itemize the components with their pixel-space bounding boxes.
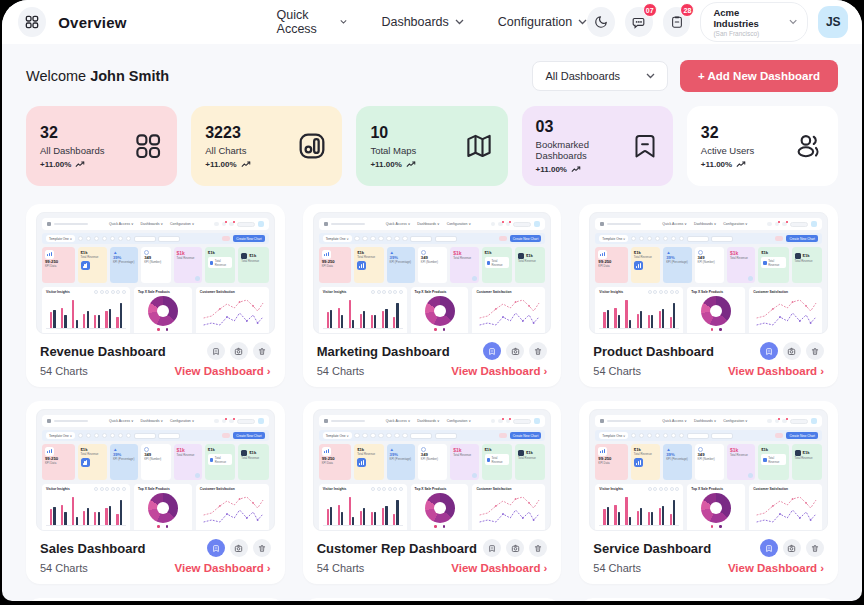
charts-count: 54 Charts [593,365,641,377]
thumb-toolbar: Template One ∨ Create New Chart [319,233,546,244]
nav-quick-access[interactable]: Quick Access [277,8,348,36]
bookmark-button[interactable] [483,539,501,557]
dashboard-card[interactable]: Quick Access ∨ Dashboards ∨ Configuratio… [303,204,562,387]
thumb-kpi-tiles: 99:250 KPI Data $1k Total Revenue ▲ 39% … [595,444,822,480]
dashboard-thumbnail[interactable]: Quick Access ∨ Dashboards ∨ Configuratio… [589,409,828,531]
delete-button[interactable] [806,539,824,557]
thumb-bar-chart: Visitor Insights [595,287,683,334]
tasks-button[interactable]: 28 [663,7,691,37]
dashboard-card[interactable]: Quick Access ∨ Dashboards ∨ Configuratio… [579,598,838,601]
company-location: (San Francisco) [713,30,781,37]
thumb-navbar: Quick Access ∨ Dashboards ∨ Configuratio… [42,415,269,427]
camera-button[interactable] [506,342,524,360]
thumb-bar-chart: Visitor Insights [319,287,407,334]
dashboard-title: Customer Rep Dashboard [317,541,477,556]
stat-delta: +11.00% [40,160,71,169]
add-new-dashboard-button[interactable]: + Add New Dashboard [680,60,838,92]
camera-icon [511,544,520,553]
chevron-down-icon [789,19,797,25]
trash-icon [258,544,266,553]
thumb-donut-chart: Top X Sale Products [134,287,192,334]
thumb-line-chart: Customer Satisfaction [472,287,545,334]
bookmark-icon [765,347,773,356]
bookmark-button[interactable] [207,342,225,360]
camera-icon [787,347,796,356]
trash-icon [258,347,266,356]
trend-up-icon [406,161,416,168]
chevron-right-icon: › [543,562,547,574]
dashboard-card[interactable]: Quick Access ∨ Dashboards ∨ Configuratio… [579,204,838,387]
thumb-donut-chart: Top X Sale Products [134,484,192,531]
dashboard-filter-select[interactable]: All Dashboards [532,61,668,91]
map-icon [464,131,494,161]
view-dashboard-link[interactable]: View Dashboard › [728,365,824,377]
trash-icon [534,544,542,553]
thumb-charts: Visitor Insights Top X Sale Product [319,287,546,334]
messages-button[interactable]: 07 [625,7,653,37]
dashboard-card[interactable]: Quick Access ∨ Dashboards ∨ Configuratio… [303,598,562,601]
nav-dashboards[interactable]: Dashboards [381,8,463,36]
stat-card-total-maps: 10 Total Maps +11.00% [356,106,507,186]
bookmark-button[interactable] [760,342,778,360]
stat-label: All Dashboards [40,145,104,156]
dark-mode-toggle[interactable] [587,7,615,37]
stat-delta: +11.00% [536,165,567,174]
dashboard-card[interactable]: Quick Access ∨ Dashboards ∨ Configuratio… [303,401,562,584]
view-dashboard-link[interactable]: View Dashboard › [175,562,271,574]
dashboard-card[interactable]: Quick Access ∨ Dashboards ∨ Configuratio… [26,598,285,601]
delete-button[interactable] [253,342,271,360]
camera-button[interactable] [783,539,801,557]
thumb-line-chart: Customer Satisfaction [749,484,822,531]
camera-button[interactable] [783,342,801,360]
dashboard-card[interactable]: Quick Access ∨ Dashboards ∨ Configuratio… [579,401,838,584]
chevron-down-icon [578,19,587,25]
delete-button[interactable] [529,342,547,360]
thumb-line-chart: Customer Satisfaction [749,287,822,334]
app-logo[interactable] [18,7,46,37]
app-window: Overview Quick Access Dashboards Configu… [2,0,862,601]
camera-button[interactable] [230,539,248,557]
thumb-donut-chart: Top X Sale Products [411,287,469,334]
stat-label: All Charts [205,145,250,156]
top-navbar: Overview Quick Access Dashboards Configu… [2,0,862,44]
delete-button[interactable] [529,539,547,557]
camera-button[interactable] [506,539,524,557]
trend-up-icon [241,161,251,168]
thumb-kpi-tiles: 99:250 KPI Data $1k Total Revenue ▲ 39% … [42,444,269,480]
page-title: Overview [58,14,126,31]
charts-count: 54 Charts [593,562,641,574]
dashboard-card[interactable]: Quick Access ∨ Dashboards ∨ Configuratio… [26,401,285,584]
stats-row: 32 All Dashboards +11.00% 3223 All Chart… [2,102,862,188]
dashboard-title: Revenue Dashboard [40,344,166,359]
dashboard-thumbnail[interactable]: Quick Access ∨ Dashboards ∨ Configuratio… [36,212,275,334]
welcome-message: Welcome John Smith [26,68,169,84]
trend-up-icon [571,166,581,173]
view-dashboard-link[interactable]: View Dashboard › [728,562,824,574]
moon-icon [594,15,608,29]
stat-delta: +11.00% [205,160,236,169]
stat-label: Bookmarked Dashboards [536,139,631,161]
bookmark-button[interactable] [207,539,225,557]
view-dashboard-link[interactable]: View Dashboard › [451,365,547,377]
view-dashboard-link[interactable]: View Dashboard › [451,562,547,574]
thumb-kpi-tiles: 99:250 KPI Data $1k Total Revenue ▲ 39% … [42,247,269,283]
dashboard-thumbnail[interactable]: Quick Access ∨ Dashboards ∨ Configuratio… [313,409,552,531]
stat-card-all-dashboards: 32 All Dashboards +11.00% [26,106,177,186]
dashboard-card[interactable]: Quick Access ∨ Dashboards ∨ Configuratio… [26,204,285,387]
view-dashboard-link[interactable]: View Dashboard › [175,365,271,377]
dashboard-thumbnail[interactable]: Quick Access ∨ Dashboards ∨ Configuratio… [313,212,552,334]
company-selector[interactable]: Acme Industries (San Francisco) [700,2,808,42]
dashboard-thumbnail[interactable]: Quick Access ∨ Dashboards ∨ Configuratio… [36,409,275,531]
delete-button[interactable] [253,539,271,557]
nav-configuration[interactable]: Configuration [498,8,587,36]
users-icon [794,131,824,161]
camera-button[interactable] [230,342,248,360]
user-avatar[interactable]: JS [818,6,848,38]
messages-badge: 07 [643,3,657,17]
dashboard-thumbnail[interactable]: Quick Access ∨ Dashboards ∨ Configuratio… [589,212,828,334]
thumb-donut-chart: Top X Sale Products [411,484,469,531]
delete-button[interactable] [806,342,824,360]
bookmark-button[interactable] [483,342,501,360]
bookmark-icon [488,347,496,356]
bookmark-button[interactable] [760,539,778,557]
